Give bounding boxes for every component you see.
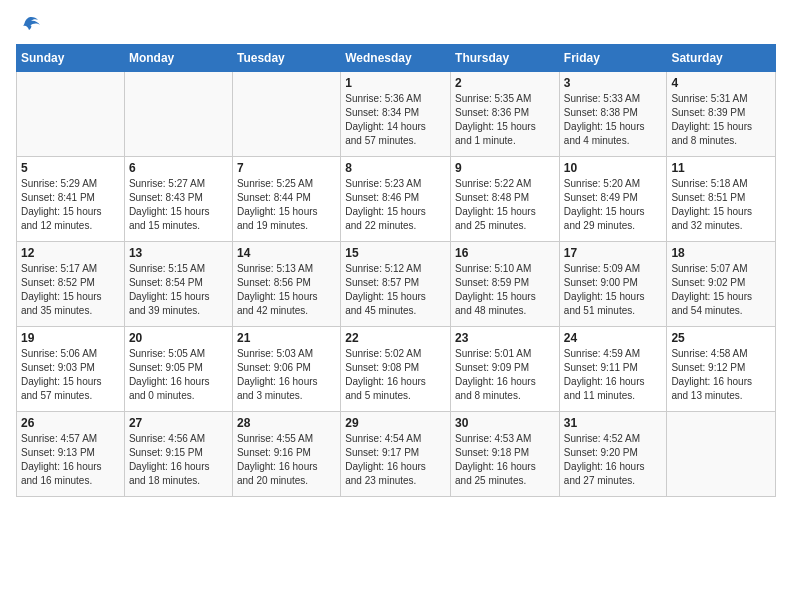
calendar-cell: 7Sunrise: 5:25 AM Sunset: 8:44 PM Daylig… [232,157,340,242]
header-saturday: Saturday [667,45,776,72]
day-number: 20 [129,331,228,345]
day-number: 8 [345,161,446,175]
day-number: 27 [129,416,228,430]
day-info: Sunrise: 5:36 AM Sunset: 8:34 PM Dayligh… [345,92,446,148]
day-info: Sunrise: 5:07 AM Sunset: 9:02 PM Dayligh… [671,262,771,318]
calendar-cell: 18Sunrise: 5:07 AM Sunset: 9:02 PM Dayli… [667,242,776,327]
day-info: Sunrise: 5:22 AM Sunset: 8:48 PM Dayligh… [455,177,555,233]
calendar-cell: 24Sunrise: 4:59 AM Sunset: 9:11 PM Dayli… [559,327,667,412]
day-number: 5 [21,161,120,175]
day-number: 29 [345,416,446,430]
day-number: 25 [671,331,771,345]
calendar-cell: 4Sunrise: 5:31 AM Sunset: 8:39 PM Daylig… [667,72,776,157]
day-info: Sunrise: 5:23 AM Sunset: 8:46 PM Dayligh… [345,177,446,233]
calendar-cell: 21Sunrise: 5:03 AM Sunset: 9:06 PM Dayli… [232,327,340,412]
day-number: 10 [564,161,663,175]
day-number: 17 [564,246,663,260]
day-number: 14 [237,246,336,260]
calendar-cell [124,72,232,157]
day-number: 3 [564,76,663,90]
calendar-cell: 19Sunrise: 5:06 AM Sunset: 9:03 PM Dayli… [17,327,125,412]
day-number: 13 [129,246,228,260]
day-info: Sunrise: 5:17 AM Sunset: 8:52 PM Dayligh… [21,262,120,318]
day-number: 19 [21,331,120,345]
calendar-cell: 3Sunrise: 5:33 AM Sunset: 8:38 PM Daylig… [559,72,667,157]
calendar-cell: 16Sunrise: 5:10 AM Sunset: 8:59 PM Dayli… [451,242,560,327]
calendar-cell: 17Sunrise: 5:09 AM Sunset: 9:00 PM Dayli… [559,242,667,327]
calendar-cell: 27Sunrise: 4:56 AM Sunset: 9:15 PM Dayli… [124,412,232,497]
calendar-cell: 6Sunrise: 5:27 AM Sunset: 8:43 PM Daylig… [124,157,232,242]
calendar-cell: 31Sunrise: 4:52 AM Sunset: 9:20 PM Dayli… [559,412,667,497]
calendar-cell: 10Sunrise: 5:20 AM Sunset: 8:49 PM Dayli… [559,157,667,242]
day-number: 22 [345,331,446,345]
calendar-cell: 25Sunrise: 4:58 AM Sunset: 9:12 PM Dayli… [667,327,776,412]
day-info: Sunrise: 4:54 AM Sunset: 9:17 PM Dayligh… [345,432,446,488]
day-number: 4 [671,76,771,90]
day-info: Sunrise: 5:31 AM Sunset: 8:39 PM Dayligh… [671,92,771,148]
day-info: Sunrise: 4:53 AM Sunset: 9:18 PM Dayligh… [455,432,555,488]
day-info: Sunrise: 5:25 AM Sunset: 8:44 PM Dayligh… [237,177,336,233]
calendar-cell: 1Sunrise: 5:36 AM Sunset: 8:34 PM Daylig… [341,72,451,157]
day-info: Sunrise: 5:03 AM Sunset: 9:06 PM Dayligh… [237,347,336,403]
calendar-cell: 8Sunrise: 5:23 AM Sunset: 8:46 PM Daylig… [341,157,451,242]
day-info: Sunrise: 5:01 AM Sunset: 9:09 PM Dayligh… [455,347,555,403]
day-number: 24 [564,331,663,345]
day-info: Sunrise: 5:35 AM Sunset: 8:36 PM Dayligh… [455,92,555,148]
day-info: Sunrise: 4:52 AM Sunset: 9:20 PM Dayligh… [564,432,663,488]
day-number: 11 [671,161,771,175]
logo [16,16,40,34]
day-info: Sunrise: 5:06 AM Sunset: 9:03 PM Dayligh… [21,347,120,403]
day-info: Sunrise: 5:05 AM Sunset: 9:05 PM Dayligh… [129,347,228,403]
calendar-cell: 2Sunrise: 5:35 AM Sunset: 8:36 PM Daylig… [451,72,560,157]
calendar-week-5: 26Sunrise: 4:57 AM Sunset: 9:13 PM Dayli… [17,412,776,497]
header [16,16,776,34]
day-info: Sunrise: 4:59 AM Sunset: 9:11 PM Dayligh… [564,347,663,403]
day-number: 1 [345,76,446,90]
calendar-cell: 15Sunrise: 5:12 AM Sunset: 8:57 PM Dayli… [341,242,451,327]
day-info: Sunrise: 5:09 AM Sunset: 9:00 PM Dayligh… [564,262,663,318]
calendar-cell: 11Sunrise: 5:18 AM Sunset: 8:51 PM Dayli… [667,157,776,242]
day-info: Sunrise: 5:29 AM Sunset: 8:41 PM Dayligh… [21,177,120,233]
day-info: Sunrise: 4:55 AM Sunset: 9:16 PM Dayligh… [237,432,336,488]
day-info: Sunrise: 5:10 AM Sunset: 8:59 PM Dayligh… [455,262,555,318]
day-info: Sunrise: 5:18 AM Sunset: 8:51 PM Dayligh… [671,177,771,233]
day-number: 21 [237,331,336,345]
logo-bird-icon [18,16,40,34]
calendar-cell: 23Sunrise: 5:01 AM Sunset: 9:09 PM Dayli… [451,327,560,412]
calendar-table: SundayMondayTuesdayWednesdayThursdayFrid… [16,44,776,497]
day-number: 30 [455,416,555,430]
header-monday: Monday [124,45,232,72]
day-number: 7 [237,161,336,175]
day-info: Sunrise: 4:56 AM Sunset: 9:15 PM Dayligh… [129,432,228,488]
calendar-cell: 9Sunrise: 5:22 AM Sunset: 8:48 PM Daylig… [451,157,560,242]
calendar-cell: 13Sunrise: 5:15 AM Sunset: 8:54 PM Dayli… [124,242,232,327]
day-number: 16 [455,246,555,260]
day-number: 2 [455,76,555,90]
calendar-cell: 29Sunrise: 4:54 AM Sunset: 9:17 PM Dayli… [341,412,451,497]
header-friday: Friday [559,45,667,72]
calendar-week-3: 12Sunrise: 5:17 AM Sunset: 8:52 PM Dayli… [17,242,776,327]
day-number: 31 [564,416,663,430]
day-number: 28 [237,416,336,430]
day-info: Sunrise: 5:20 AM Sunset: 8:49 PM Dayligh… [564,177,663,233]
calendar-week-2: 5Sunrise: 5:29 AM Sunset: 8:41 PM Daylig… [17,157,776,242]
calendar-cell: 22Sunrise: 5:02 AM Sunset: 9:08 PM Dayli… [341,327,451,412]
day-number: 6 [129,161,228,175]
calendar-cell: 28Sunrise: 4:55 AM Sunset: 9:16 PM Dayli… [232,412,340,497]
day-info: Sunrise: 5:13 AM Sunset: 8:56 PM Dayligh… [237,262,336,318]
header-sunday: Sunday [17,45,125,72]
calendar-week-4: 19Sunrise: 5:06 AM Sunset: 9:03 PM Dayli… [17,327,776,412]
day-number: 12 [21,246,120,260]
day-number: 18 [671,246,771,260]
day-number: 15 [345,246,446,260]
calendar-cell [232,72,340,157]
calendar-cell: 5Sunrise: 5:29 AM Sunset: 8:41 PM Daylig… [17,157,125,242]
day-info: Sunrise: 4:58 AM Sunset: 9:12 PM Dayligh… [671,347,771,403]
day-info: Sunrise: 5:27 AM Sunset: 8:43 PM Dayligh… [129,177,228,233]
day-info: Sunrise: 5:02 AM Sunset: 9:08 PM Dayligh… [345,347,446,403]
calendar-cell: 30Sunrise: 4:53 AM Sunset: 9:18 PM Dayli… [451,412,560,497]
day-number: 23 [455,331,555,345]
calendar-cell: 20Sunrise: 5:05 AM Sunset: 9:05 PM Dayli… [124,327,232,412]
calendar-week-1: 1Sunrise: 5:36 AM Sunset: 8:34 PM Daylig… [17,72,776,157]
calendar-header-row: SundayMondayTuesdayWednesdayThursdayFrid… [17,45,776,72]
